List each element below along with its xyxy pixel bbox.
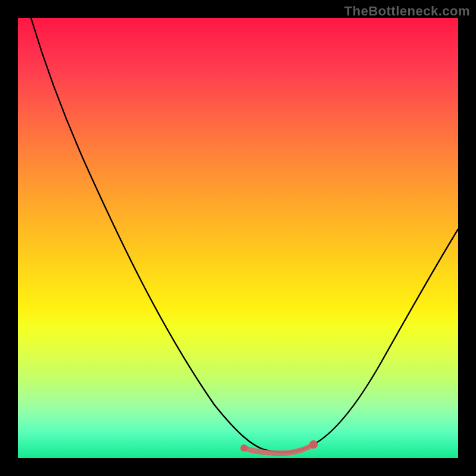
plot-area (18, 18, 458, 458)
watermark-text: TheBottleneck.com (345, 4, 470, 19)
optimal-range-start-dot (240, 444, 248, 452)
curve-svg (18, 18, 458, 458)
optimal-range-end-dot (309, 440, 318, 449)
chart-frame: TheBottleneck.com (0, 0, 476, 476)
optimal-range-marker (244, 445, 312, 453)
bottleneck-curve (31, 18, 458, 452)
